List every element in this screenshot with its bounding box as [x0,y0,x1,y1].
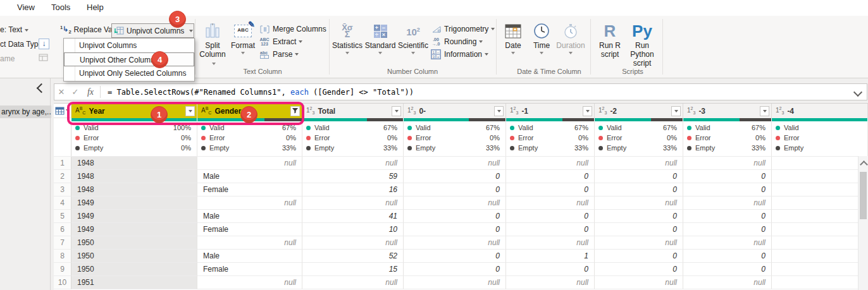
column-header-Year[interactable]: ABCYear [71,104,197,118]
cell[interactable]: 0 [506,170,595,183]
cell[interactable]: null [595,276,683,289]
cell[interactable]: 0 [595,263,683,276]
cell[interactable]: 1948 [71,183,197,196]
cell[interactable]: null [506,196,595,210]
cell[interactable]: Female [197,183,302,196]
cell[interactable]: null [404,236,506,250]
cell[interactable]: 0 [404,223,506,236]
cell[interactable]: 1 [506,250,595,263]
menu-item-unpivot-only-selected[interactable]: Unpivot Only Selected Columns [64,66,194,80]
menu-view[interactable]: View [17,3,35,12]
cell[interactable]: 0 [683,250,772,263]
cell[interactable]: 0 [683,263,772,276]
cell[interactable]: 0 [595,183,683,196]
column-dropdown-button[interactable] [494,106,504,116]
cell[interactable]: null [683,157,772,170]
merge-columns-button[interactable]: Merge Columns [259,23,326,35]
cell[interactable]: null [197,276,302,289]
cell[interactable]: 1951 [71,276,197,289]
data-type-button[interactable]: e: Text [0,25,28,34]
cell[interactable]: 0 [595,250,683,263]
trigonometry-button[interactable]: Trigonometry [430,23,495,35]
run-python-script-button[interactable]: Py Run Python script [624,21,660,68]
time-button[interactable]: Time [529,21,554,68]
cell[interactable] [772,276,868,289]
query-list-item[interactable]: arynx by age,... [0,106,51,118]
standard-button[interactable]: +−÷× Standard [364,21,396,68]
cell[interactable]: 59 [302,170,404,183]
scrollbar-thumb[interactable] [860,172,867,219]
cell[interactable]: Female [197,223,302,236]
cell[interactable]: 0 [683,170,772,183]
cell[interactable]: 0 [404,263,506,276]
cell[interactable]: 1949 [71,223,197,236]
rounding-button[interactable]: .00→.0 Rounding [430,36,483,47]
menu-item-unpivot-columns[interactable]: Unpivot Columns [64,39,194,52]
cell[interactable]: 0 [595,210,683,223]
cell[interactable]: Female [197,263,302,276]
cell[interactable]: null [197,157,302,170]
cell[interactable]: 1950 [71,236,197,250]
table-select-button[interactable] [54,104,71,118]
cell[interactable] [772,183,868,196]
column-header-0-[interactable]: 1230- [404,104,506,118]
cell[interactable] [772,157,868,170]
cell[interactable]: Male [197,250,302,263]
cell[interactable]: null [197,196,302,210]
cell[interactable]: 0 [404,170,506,183]
column-header--2[interactable]: 123-2 [595,104,683,118]
cell[interactable]: 1950 [71,250,197,263]
cell[interactable]: 1948 [71,157,197,170]
commit-formula-icon[interactable]: ✓ [68,87,82,97]
cell[interactable] [772,196,868,210]
duration-button[interactable]: Duration [555,21,586,68]
cell[interactable]: null [302,157,404,170]
column-header-Total[interactable]: 123Total [302,104,404,118]
expand-formula-bar-icon[interactable] [853,88,862,97]
cell[interactable]: null [302,196,404,210]
cell[interactable]: 15 [302,263,404,276]
column-header--1[interactable]: 123-1 [506,104,595,118]
column-dropdown-button[interactable] [671,106,681,116]
menu-tools[interactable]: Tools [51,3,70,12]
column-dropdown-button[interactable] [185,106,195,116]
cell[interactable]: null [595,157,683,170]
cell[interactable]: 16 [302,183,404,196]
scientific-button[interactable]: 102 Scientific [397,21,429,68]
cell[interactable]: null [595,196,683,210]
cell[interactable]: null [404,196,506,210]
date-button[interactable]: Date [500,21,526,68]
cell[interactable]: null [302,236,404,250]
cell[interactable]: null [683,196,772,210]
column-header--4[interactable]: 123-4 [772,104,868,118]
cell[interactable]: 0 [506,263,595,276]
cell[interactable]: 0 [595,170,683,183]
cell[interactable]: 0 [404,210,506,223]
cell[interactable]: 41 [302,210,404,223]
cell[interactable] [772,223,868,236]
cell[interactable]: 0 [683,210,772,223]
cell[interactable]: 0 [683,223,772,236]
cell[interactable]: null [506,236,595,250]
rename-button[interactable]: ame [0,54,15,63]
cell[interactable]: null [683,276,772,289]
cell[interactable]: null [404,157,506,170]
cell[interactable]: 1950 [71,263,197,276]
cell[interactable]: null [302,276,404,289]
parse-button[interactable]: abc Parse [259,49,299,60]
cell[interactable]: 0 [506,183,595,196]
column-header--3[interactable]: 123-3 [683,104,772,118]
cell[interactable]: null [404,276,506,289]
split-column-button[interactable]: Split Column [198,21,227,68]
cell[interactable]: 1949 [71,196,197,210]
cell[interactable]: 1949 [71,210,197,223]
scroll-up-icon[interactable] [860,160,868,169]
cell[interactable]: 10 [302,223,404,236]
cell[interactable]: null [595,236,683,250]
cell[interactable]: 0 [404,183,506,196]
cell[interactable]: 0 [595,223,683,236]
statistics-button[interactable]: X̄σΣ Statistics [332,21,363,68]
cell[interactable] [772,250,868,263]
column-dropdown-button[interactable] [583,106,592,116]
cell[interactable]: 0 [506,210,595,223]
